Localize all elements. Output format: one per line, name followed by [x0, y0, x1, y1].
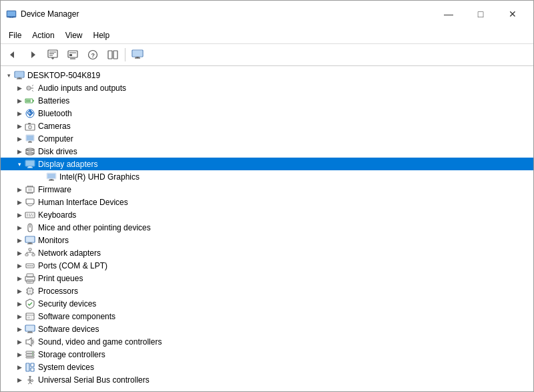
svg-point-136: [31, 379, 33, 381]
camera-icon: [25, 121, 35, 132]
tree-root[interactable]: ▾ DESKTOP-504K819: [1, 69, 533, 81]
list-item[interactable]: ▶ System devices: [1, 361, 533, 373]
list-item[interactable]: ▶ Computer: [1, 132, 533, 145]
list-item[interactable]: ▶ Cameras: [1, 120, 533, 132]
list-item[interactable]: ▾ Display adapters: [1, 158, 533, 170]
toolbar-device-view[interactable]: [128, 46, 147, 63]
window-title: Device Manager: [21, 9, 79, 19]
list-item[interactable]: ▶ Human Interface Devices: [1, 196, 533, 208]
list-item[interactable]: ▶ Firmware: [1, 183, 533, 196]
svg-marker-134: [29, 376, 31, 378]
menu-help[interactable]: Help: [88, 29, 115, 42]
svg-rect-79: [29, 215, 31, 216]
mouse-icon: [25, 222, 35, 233]
list-item[interactable]: ▶ Monitors: [1, 234, 533, 246]
toolbar-properties[interactable]: [43, 46, 62, 63]
expand-icon: ▶: [14, 83, 25, 93]
keyboard-icon: [25, 210, 35, 220]
item-label: Audio inputs and outputs: [38, 83, 126, 93]
svg-rect-65: [27, 192, 29, 194]
expand-icon: ▶: [14, 134, 25, 144]
item-label: Disk drives: [38, 147, 77, 156]
svg-rect-66: [29, 192, 31, 194]
svg-rect-102: [28, 281, 32, 282]
svg-rect-2: [8, 17, 11, 17]
svg-rect-76: [31, 214, 32, 215]
svg-rect-35: [27, 87, 30, 89]
svg-rect-37: [26, 100, 31, 102]
item-label: Computer: [38, 134, 73, 144]
item-label: Batteries: [38, 96, 69, 106]
list-item[interactable]: ▶ Audio inputs and outputs: [1, 81, 533, 94]
expand-icon: ▶: [14, 260, 25, 271]
list-item[interactable]: ▶ Ports (COM & LPT): [1, 259, 533, 272]
hid-icon: [25, 197, 35, 208]
list-item[interactable]: ▶ Software components: [1, 310, 533, 323]
menu-file[interactable]: File: [3, 29, 27, 42]
item-label: Network adapters: [38, 248, 101, 258]
svg-rect-88: [29, 248, 31, 250]
maximize-button[interactable]: □: [465, 5, 496, 23]
list-item[interactable]: ▶ Intel(R) UHD Graphics: [1, 170, 533, 183]
forward-icon: [27, 49, 38, 60]
expand-icon: ▶: [14, 299, 25, 309]
menu-action[interactable]: Action: [27, 29, 59, 42]
sound-icon: [25, 337, 35, 347]
toolbar-update[interactable]: [63, 46, 82, 63]
list-item[interactable]: ▶ Batteries: [1, 94, 533, 107]
svg-rect-84: [26, 237, 34, 242]
expand-icon: ▶: [14, 210, 25, 220]
network-icon: [25, 248, 35, 258]
svg-rect-69: [26, 199, 34, 204]
item-label: Software devices: [38, 325, 99, 334]
expand-icon: ▶: [14, 95, 25, 106]
list-item[interactable]: ▶ Bluetooth: [1, 107, 533, 120]
computer2-icon: [25, 134, 35, 144]
close-button[interactable]: ✕: [497, 5, 528, 23]
svg-rect-15: [69, 54, 72, 56]
window-icon: [6, 9, 17, 19]
svg-rect-130: [31, 363, 34, 367]
svg-rect-68: [28, 188, 32, 191]
list-item[interactable]: ▶ Keyboards: [1, 208, 533, 221]
expand-icon: ▶: [14, 273, 25, 284]
list-item[interactable]: ▶ Sound, video and game controllers: [1, 335, 533, 348]
list-item[interactable]: ▶ Storage controllers: [1, 348, 533, 361]
storage-icon: [25, 349, 35, 360]
item-label: Keyboards: [38, 210, 76, 220]
printer-icon: [25, 273, 35, 284]
toolbar-columns[interactable]: [103, 46, 122, 63]
list-item[interactable]: ▶ Mice and other pointing devices: [1, 221, 533, 234]
audio-icon: [25, 83, 35, 93]
svg-rect-38: [33, 100, 34, 102]
list-item[interactable]: ▶ Print queues: [1, 272, 533, 284]
list-item[interactable]: ▶ Disk drives: [1, 145, 533, 158]
minimize-button[interactable]: —: [433, 5, 464, 23]
svg-marker-123: [26, 338, 31, 346]
svg-rect-77: [33, 214, 33, 215]
battery-icon: [25, 95, 35, 106]
item-label: Print queues: [38, 274, 83, 283]
expand-icon: ▶: [14, 362, 25, 373]
list-item[interactable]: ▶ Security devices: [1, 297, 533, 310]
toolbar-help[interactable]: ?: [83, 46, 102, 63]
expand-icon: ▶: [14, 222, 25, 233]
back-icon: [7, 49, 18, 60]
item-label: Storage controllers: [38, 350, 105, 359]
list-item[interactable]: ▶ Software devices: [1, 323, 533, 335]
device-manager-window: Device Manager — □ ✕ File Action View He…: [0, 0, 534, 392]
svg-point-127: [32, 351, 33, 353]
svg-rect-19: [108, 51, 112, 59]
toolbar-forward[interactable]: [23, 46, 42, 63]
list-item[interactable]: ▶ Universal Serial Bus controllers: [1, 373, 533, 386]
svg-rect-42: [28, 123, 31, 124]
list-item[interactable]: ▶ Processors: [1, 284, 533, 297]
svg-marker-6: [31, 51, 35, 58]
list-item[interactable]: ▶ Network adapters: [1, 246, 533, 259]
svg-rect-135: [28, 379, 30, 381]
toolbar-back[interactable]: [3, 46, 22, 63]
svg-line-34: [32, 90, 33, 91]
toolbar-separator: [125, 48, 125, 61]
monitor-icon: [25, 235, 35, 246]
menu-view[interactable]: View: [60, 29, 88, 42]
